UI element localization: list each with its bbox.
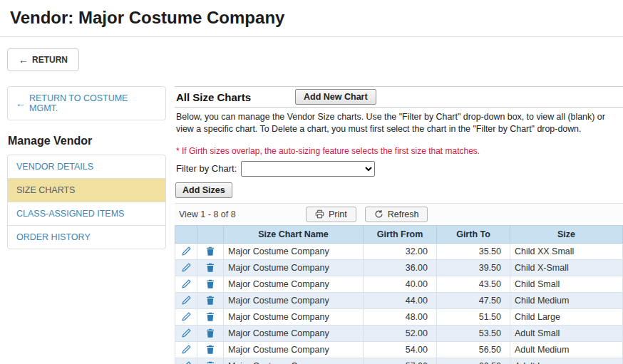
trash-icon [205,295,215,306]
edit-row-button[interactable] [180,360,193,364]
back-arrow-icon: ← [16,98,26,108]
section-title: All Size Charts [176,91,251,103]
girth-to-cell: 60.50 [437,358,510,364]
edit-cell [175,276,197,292]
col-size-header[interactable]: Size [510,225,623,243]
trash-icon [205,246,215,256]
sidebar-item-vendor-details[interactable]: VENDOR DETAILS [8,155,165,178]
col-girth-from-header[interactable]: Girth From [364,225,437,243]
size-cell: Adult Small [510,325,623,341]
girth-warning: * If Girth sizes overlap, the auto-sizin… [175,146,623,156]
pencil-icon [181,360,192,364]
delete-row-button[interactable] [204,328,217,338]
girth-to-cell: 43.50 [437,276,510,292]
table-header-row: Size Chart Name Girth From Girth To Size [175,225,623,243]
delete-row-button[interactable] [204,344,217,355]
girth-from-cell: 44.00 [364,292,437,308]
edit-cell [175,325,197,341]
delete-row-button[interactable] [204,246,217,256]
edit-row-button[interactable] [180,295,193,306]
top-divider [0,36,623,37]
edit-row-button[interactable] [180,328,193,338]
size-cell: Child X-Small [510,259,623,276]
edit-row-button[interactable] [180,344,193,355]
edit-cell [175,259,197,276]
table-row: Major Costume Company 32.00 35.50 Child … [175,243,623,259]
size-chart-name-cell: Major Costume Company [224,292,364,308]
table-row: Major Costume Company 57.00 60.50 Adult … [175,358,623,364]
size-cell: Child Small [510,276,623,292]
girth-from-cell: 52.00 [364,325,437,341]
sidebar-item-size-charts[interactable]: SIZE CHARTS [8,178,165,202]
delete-cell [197,276,224,292]
size-chart-name-cell: Major Costume Company [224,276,364,292]
delete-row-button[interactable] [204,295,217,306]
print-button-label: Print [329,209,347,219]
size-cell: Child Medium [510,292,623,308]
edit-cell [175,341,197,358]
size-cell: Child Large [510,308,623,325]
manage-vendor-heading: Manage Vendor [8,135,166,147]
edit-row-button[interactable] [180,279,193,289]
col-name-header[interactable]: Size Chart Name [224,225,364,243]
size-chart-name-cell: Major Costume Company [224,259,364,276]
delete-cell [197,243,224,259]
girth-to-cell: 39.50 [437,259,510,276]
edit-row-button[interactable] [180,262,193,273]
delete-cell [197,308,224,325]
table-body: Major Costume Company 32.00 35.50 Child … [175,243,623,364]
section-header: All Size Charts Add New Chart [175,87,623,108]
edit-cell [175,308,197,325]
edit-cell [175,358,197,364]
girth-to-cell: 35.50 [437,243,510,259]
refresh-button-label: Refresh [388,209,419,219]
sidebar-item-order-history[interactable]: ORDER HISTORY [8,225,165,249]
size-chart-name-cell: Major Costume Company [224,358,364,364]
trash-icon [205,344,215,355]
table-row: Major Costume Company 36.00 39.50 Child … [175,259,623,276]
girth-to-cell: 56.50 [437,341,510,358]
pager-buttons: Print Refresh [306,207,428,222]
col-delete-header [197,225,224,243]
size-chart-name-cell: Major Costume Company [224,308,364,325]
trash-icon [205,279,215,289]
return-to-costume-mgmt-button[interactable]: ← RETURN TO COSTUME MGMT. [7,86,166,120]
col-girth-to-header[interactable]: Girth To [437,225,510,243]
delete-cell [197,341,224,358]
main-panel: All Size Charts Add New Chart Below, you… [175,86,623,364]
girth-to-cell: 53.50 [437,325,510,341]
size-cell: Child XX Small [510,243,623,259]
size-cell: Adult Medium [510,341,623,358]
filter-by-chart-select[interactable] [241,161,375,177]
edit-cell [175,243,197,259]
trash-icon [205,262,215,273]
edit-row-button[interactable] [180,246,193,256]
trash-icon [205,311,215,322]
printer-icon [315,209,324,219]
delete-row-button[interactable] [204,262,217,273]
table-row: Major Costume Company 44.00 47.50 Child … [175,292,623,308]
size-chart-name-cell: Major Costume Company [224,341,364,358]
delete-cell [197,259,224,276]
trash-icon [205,360,215,364]
delete-row-button[interactable] [204,311,217,322]
view-status: View 1 - 8 of 8 [179,209,306,219]
refresh-button[interactable]: Refresh [365,207,428,222]
table-row: Major Costume Company 52.00 53.50 Adult … [175,325,623,341]
edit-row-button[interactable] [180,311,193,322]
trash-icon [205,328,215,338]
delete-row-button[interactable] [204,360,217,364]
delete-cell [197,325,224,341]
pencil-icon [181,328,192,338]
description: Below, you can manage the Vendor Size ch… [175,111,623,136]
print-button[interactable]: Print [306,207,356,222]
girth-from-cell: 57.00 [364,358,437,364]
return-button[interactable]: ← RETURN [7,48,79,71]
col-edit-header [175,225,197,243]
delete-row-button[interactable] [204,279,217,289]
back-arrow-icon: ← [19,55,29,65]
return-to-costume-mgmt-label: RETURN TO COSTUME MGMT. [29,93,158,113]
add-sizes-button[interactable]: Add Sizes [175,182,232,198]
sidebar-item-class-assigned-items[interactable]: CLASS-ASSIGNED ITEMS [8,202,165,225]
add-new-chart-button[interactable]: Add New Chart [295,89,376,105]
